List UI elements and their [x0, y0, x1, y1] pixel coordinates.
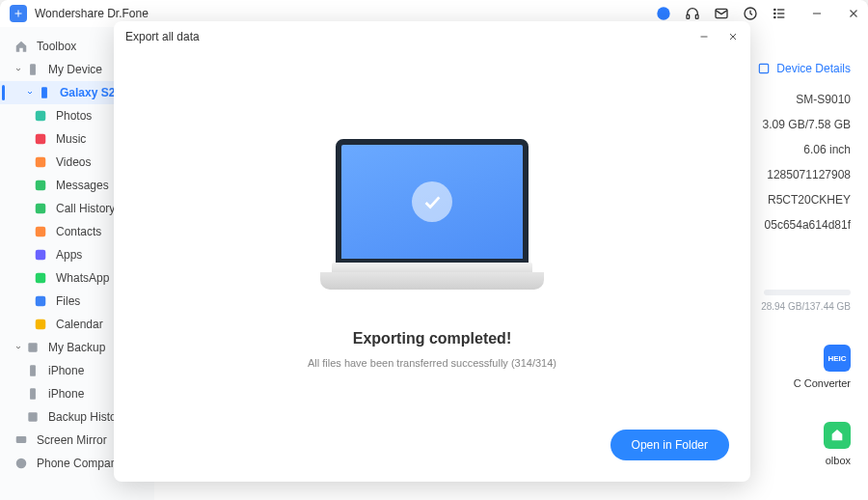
close-icon[interactable]	[847, 7, 860, 20]
sidebar-item-label: Music	[56, 132, 86, 146]
storage-text: 28.94 GB/137.44 GB	[746, 301, 851, 312]
svg-rect-25	[36, 319, 46, 330]
account-icon[interactable]	[656, 6, 671, 21]
photos-icon	[33, 108, 48, 124]
mail-icon[interactable]	[714, 6, 729, 21]
modal-heading: Exporting completed!	[353, 330, 511, 347]
svg-rect-32	[760, 64, 769, 72]
phone-icon	[25, 363, 41, 378]
chevron-down-icon	[14, 343, 23, 352]
sidebar-item-label: Messages	[56, 179, 109, 192]
sidebar-item-label: My Device	[48, 63, 102, 76]
svg-rect-19	[36, 181, 46, 191]
sidebar-item-label: Galaxy S22	[60, 86, 122, 99]
svg-rect-22	[36, 250, 46, 261]
modal-minimize-icon[interactable]	[698, 31, 710, 42]
sidebar-item-label: iPhone	[48, 387, 84, 401]
chevron-down-icon	[14, 65, 23, 74]
svg-point-0	[657, 7, 669, 19]
open-in-folder-button[interactable]: Open in Folder	[610, 430, 729, 460]
svg-rect-23	[36, 273, 46, 284]
svg-rect-18	[36, 157, 46, 168]
device-details-panel: Device Details SM-S9010 3.09 GB/7.58 GB …	[746, 62, 851, 466]
tile-olbox[interactable]: olbox	[746, 422, 851, 466]
headset-icon[interactable]	[685, 6, 700, 21]
sidebar-item-label: Call History	[56, 202, 115, 215]
detail-serial: R5CT20CKHEY	[746, 193, 851, 207]
title-actions	[656, 6, 860, 21]
sidebar-item-label: Files	[56, 294, 80, 308]
device-details-label: Device Details	[776, 62, 851, 75]
svg-rect-29	[28, 412, 37, 421]
calendar-icon	[33, 317, 48, 332]
svg-rect-17	[36, 134, 46, 145]
app-logo	[10, 5, 27, 22]
modal-header: Export all data	[114, 21, 750, 52]
detail-model: SM-S9010	[746, 93, 851, 106]
tile-label: C Converter	[794, 377, 851, 389]
phone-call-icon	[33, 201, 48, 216]
svg-rect-28	[30, 388, 36, 400]
detail-screen: 6.06 inch	[746, 143, 851, 156]
sidebar-item-label: Toolbox	[37, 40, 76, 53]
svg-point-31	[16, 458, 27, 469]
companion-icon	[14, 456, 29, 471]
videos-icon	[33, 154, 48, 170]
menu-icon[interactable]	[772, 6, 787, 21]
sidebar-item-label: Videos	[56, 155, 91, 169]
app-title: Wondershare Dr.Fone	[35, 7, 149, 20]
tile-label: olbox	[826, 455, 851, 466]
modal-close-icon[interactable]	[727, 31, 739, 42]
whatsapp-icon	[33, 270, 48, 286]
messages-icon	[33, 178, 48, 193]
apps-icon	[33, 247, 48, 263]
check-icon	[412, 181, 452, 222]
export-modal: Export all data Exporting completed! All…	[114, 21, 750, 482]
minimize-icon[interactable]	[810, 7, 824, 20]
svg-point-5	[774, 9, 775, 10]
laptop-keyboard	[332, 263, 532, 272]
phone-icon	[25, 62, 41, 77]
files-icon	[33, 293, 48, 309]
sidebar-item-label: Calendar	[56, 318, 103, 331]
tile-heic-converter[interactable]: HEIC C Converter	[746, 345, 851, 389]
laptop-base	[320, 272, 544, 290]
storage-bar	[764, 290, 851, 295]
history-icon[interactable]	[743, 6, 758, 21]
svg-rect-30	[16, 436, 27, 443]
modal-title: Export all data	[125, 30, 200, 43]
home-icon	[14, 39, 29, 54]
modal-subtext: All files have been transferred successf…	[308, 357, 556, 369]
svg-rect-1	[687, 14, 690, 18]
history-icon	[25, 409, 41, 425]
sidebar-item-label: Contacts	[56, 225, 101, 238]
sidebar-item-label: Photos	[56, 109, 92, 123]
backup-icon	[25, 340, 41, 355]
svg-rect-15	[41, 87, 47, 98]
contacts-icon	[33, 224, 48, 239]
svg-rect-16	[36, 111, 46, 122]
svg-point-9	[774, 16, 775, 17]
sidebar-item-label: Screen Mirror	[37, 433, 107, 447]
laptop-screen	[336, 139, 529, 264]
detail-device-id: 05c654a614d81f	[746, 218, 851, 232]
svg-rect-20	[36, 204, 46, 214]
sidebar-item-label: WhatsApp	[56, 271, 109, 285]
device-details-link[interactable]: Device Details	[746, 62, 851, 75]
sidebar-item-label: My Backup	[48, 341, 105, 354]
heic-icon: HEIC	[824, 345, 851, 372]
phone-icon	[25, 386, 41, 402]
svg-rect-27	[30, 365, 36, 376]
modal-footer: Open in Folder	[114, 430, 750, 482]
svg-rect-21	[36, 227, 46, 237]
mirror-icon	[14, 432, 29, 448]
svg-rect-2	[695, 14, 698, 18]
modal-body: Exporting completed! All files have been…	[114, 52, 750, 430]
svg-rect-26	[28, 343, 37, 351]
svg-rect-14	[30, 64, 36, 75]
detail-imei: 1285071127908	[746, 168, 851, 181]
chevron-down-icon	[25, 88, 35, 97]
svg-point-7	[774, 13, 775, 14]
sidebar-item-label: iPhone	[48, 364, 84, 377]
detail-storage: 3.09 GB/7.58 GB	[746, 118, 851, 131]
